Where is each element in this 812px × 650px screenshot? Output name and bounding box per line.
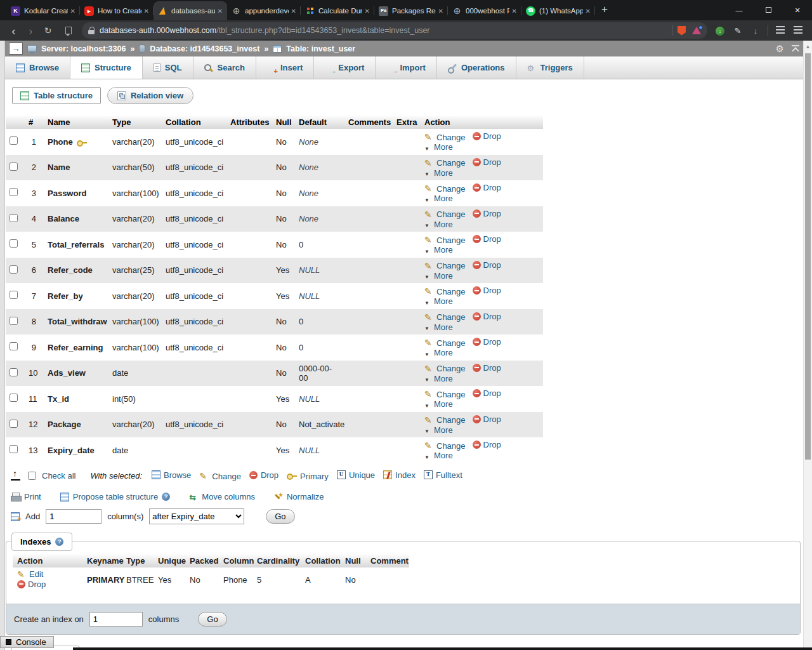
more-link[interactable]: More xyxy=(424,399,453,409)
change-link[interactable]: Change xyxy=(424,390,466,399)
change-link[interactable]: Change xyxy=(424,209,466,219)
with-selected-drop[interactable]: Drop xyxy=(249,470,278,480)
more-link[interactable]: More xyxy=(424,374,453,383)
row-checkbox[interactable] xyxy=(10,162,18,171)
breadcrumb-server[interactable]: Server: localhost:3306 xyxy=(41,44,126,53)
row-checkbox[interactable] xyxy=(10,445,18,453)
more-link[interactable]: More xyxy=(424,168,453,178)
tab-insert[interactable]: Insert xyxy=(256,56,314,79)
collapse-icon[interactable] xyxy=(792,45,799,52)
tool-print[interactable]: Print xyxy=(11,492,41,501)
change-link[interactable]: Change xyxy=(424,158,466,168)
drop-link[interactable]: Drop xyxy=(473,234,501,244)
brave-shield-icon[interactable] xyxy=(678,26,686,36)
with-selected-change[interactable]: Change xyxy=(199,472,241,481)
drop-link[interactable]: Drop xyxy=(473,183,501,192)
with-selected-unique[interactable]: Unique xyxy=(337,470,375,480)
row-checkbox[interactable] xyxy=(10,317,18,325)
tab-close-icon[interactable] xyxy=(291,8,296,15)
tab-close-icon[interactable] xyxy=(218,8,223,15)
drop-link[interactable]: Drop xyxy=(473,337,501,347)
row-checkbox[interactable] xyxy=(10,265,18,274)
tab-close-icon[interactable] xyxy=(144,8,149,15)
more-link[interactable]: More xyxy=(424,220,453,229)
tab-close-icon[interactable] xyxy=(586,8,591,15)
drop-link[interactable]: Drop xyxy=(473,440,501,449)
add-column-go-button[interactable]: Go xyxy=(266,509,294,524)
browser-tab[interactable]: ☎(1) WhatsApp xyxy=(521,1,595,20)
browser-tab[interactable]: ⊕000webhost F xyxy=(448,1,521,20)
show-navigation-arrow[interactable] xyxy=(9,43,23,55)
row-checkbox[interactable] xyxy=(10,188,18,196)
reload-button[interactable] xyxy=(39,25,56,36)
more-link[interactable]: More xyxy=(424,245,453,255)
tab-browse[interactable]: Browse xyxy=(5,56,70,79)
tab-sql[interactable]: SQL xyxy=(143,56,193,79)
more-link[interactable]: More xyxy=(424,271,453,281)
playlist-icon[interactable] xyxy=(773,26,788,36)
tab-search[interactable]: Search xyxy=(193,56,256,79)
row-checkbox[interactable] xyxy=(10,420,18,428)
download-extension-icon[interactable] xyxy=(748,26,763,36)
tool-normalize[interactable]: Normalize xyxy=(274,492,324,501)
change-link[interactable]: Change xyxy=(424,287,466,296)
menu-icon[interactable] xyxy=(790,26,806,36)
tab-triggers[interactable]: Triggers xyxy=(516,56,584,79)
change-link[interactable]: Change xyxy=(424,235,466,245)
url-text[interactable]: databases-auth.000webhost.com/tbl_struct… xyxy=(100,26,667,35)
tab-structure[interactable]: Structure xyxy=(70,56,143,79)
bookmark-icon[interactable] xyxy=(65,27,72,34)
row-checkbox[interactable] xyxy=(10,368,18,376)
tab-export[interactable]: Export xyxy=(314,56,376,79)
change-link[interactable]: Change xyxy=(424,133,466,142)
more-link[interactable]: More xyxy=(424,451,453,460)
tab-import[interactable]: Import xyxy=(376,56,436,79)
tool-propose-table-structure[interactable]: Propose table structure xyxy=(60,492,170,501)
change-link[interactable]: Change xyxy=(424,312,466,322)
check-all-label[interactable]: Check all xyxy=(42,471,75,481)
add-column-position-select[interactable]: after Expiry_date xyxy=(149,508,244,524)
row-checkbox[interactable] xyxy=(10,342,18,350)
help-icon[interactable] xyxy=(55,538,63,546)
drop-link[interactable]: Drop xyxy=(473,415,501,424)
change-link[interactable]: Change xyxy=(424,441,466,451)
change-link[interactable]: Change xyxy=(424,261,466,270)
drop-link[interactable]: Drop xyxy=(473,131,501,141)
change-link[interactable]: Change xyxy=(424,338,466,348)
tab-operations[interactable]: Operations xyxy=(437,56,516,79)
help-icon[interactable] xyxy=(162,493,170,501)
tool-move-columns[interactable]: Move columns xyxy=(189,492,255,501)
table-structure-button[interactable]: Table structure xyxy=(12,87,101,104)
back-button[interactable] xyxy=(5,25,22,37)
pen-extension-icon[interactable] xyxy=(730,26,745,36)
create-index-count-input[interactable] xyxy=(89,612,143,627)
more-link[interactable]: More xyxy=(424,142,453,152)
close-button[interactable]: ✕ xyxy=(783,6,812,15)
drop-link[interactable]: Drop xyxy=(473,157,501,167)
more-link[interactable]: More xyxy=(424,322,453,332)
drop-link[interactable]: Drop xyxy=(473,363,501,373)
check-all-checkbox[interactable] xyxy=(28,472,36,480)
drop-link[interactable]: Drop xyxy=(473,388,501,398)
browser-tab[interactable]: databases-aut xyxy=(154,1,227,20)
change-link[interactable]: Change xyxy=(424,415,466,425)
console-bar[interactable]: Console xyxy=(0,636,54,648)
with-selected-browse[interactable]: Browse xyxy=(152,470,191,480)
change-link[interactable]: Change xyxy=(424,184,466,194)
tab-close-icon[interactable] xyxy=(512,8,517,15)
tab-close-icon[interactable] xyxy=(70,8,75,15)
create-index-go-button[interactable]: Go xyxy=(198,612,226,627)
browser-tab[interactable]: ⊕appunderdeve xyxy=(227,1,301,20)
settings-gear-icon[interactable] xyxy=(776,43,784,55)
tab-close-icon[interactable] xyxy=(438,8,443,15)
add-column-count-input[interactable] xyxy=(46,509,102,524)
edit-index-link[interactable]: Edit xyxy=(17,569,43,579)
with-selected-fulltext[interactable]: Fulltext xyxy=(424,470,462,480)
browser-tab[interactable]: PaPackages Requ xyxy=(374,1,448,20)
browser-tab[interactable]: Calculate Dura xyxy=(301,1,374,20)
more-link[interactable]: More xyxy=(424,348,453,357)
scrollbar-thumb[interactable] xyxy=(805,53,811,460)
breadcrumb-database[interactable]: Database: id14543653_invest xyxy=(150,44,259,53)
address-bar[interactable]: databases-auth.000webhost.com/tbl_struct… xyxy=(82,22,707,39)
row-checkbox[interactable] xyxy=(10,239,18,248)
